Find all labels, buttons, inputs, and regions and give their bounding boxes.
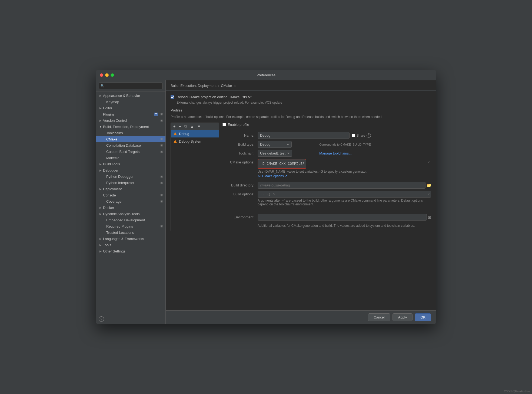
sidebar-item-compilation-db[interactable]: ▶ Compilation Database ⊞	[96, 142, 165, 149]
sidebar-item-label: Makefile	[106, 156, 163, 160]
copy-profile-button[interactable]: ⧉	[183, 123, 188, 129]
browse-directory-button[interactable]: 📁	[427, 183, 431, 188]
sidebar-item-label: Custom Build Targets	[106, 150, 159, 154]
sidebar-item-label: Coverage	[106, 199, 159, 203]
sidebar-item-other-settings[interactable]: ▶ Other Settings	[96, 248, 165, 254]
sidebar-item-coverage[interactable]: ▶ Coverage ⊞	[96, 198, 165, 205]
move-down-button[interactable]: ▼	[196, 124, 202, 129]
move-up-button[interactable]: ▲	[189, 124, 195, 129]
search-input[interactable]	[99, 83, 163, 89]
build-options-input[interactable]	[258, 191, 431, 198]
sidebar-item-editor[interactable]: ▶ Editor	[96, 105, 165, 111]
lock-icon: ⊞	[160, 144, 163, 147]
manage-toolchains-link[interactable]: Manage toolchains...	[319, 151, 352, 155]
sidebar-item-toolchains[interactable]: ▶ Toolchains	[96, 130, 165, 136]
name-input[interactable]	[258, 132, 350, 139]
sidebar-item-python-debugger[interactable]: ▶ Python Debugger ⊞	[96, 173, 165, 180]
sidebar-item-build-exec-deploy[interactable]: ▼ Build, Execution, Deployment	[96, 124, 165, 130]
reload-hint: External changes always trigger project …	[177, 101, 431, 104]
apply-button[interactable]: Apply	[393, 313, 413, 321]
share-checkbox-row: Share ?	[352, 133, 371, 138]
build-options-field-row: Build options: ⤢	[222, 191, 431, 198]
sidebar-item-label: Plugins	[103, 112, 154, 116]
build-directory-field-row: Build directory: 📁	[222, 182, 431, 189]
toolchain-field-row: Toolchain: Use default: test Manage tool…	[222, 150, 431, 157]
arrow-icon: ▼	[99, 125, 102, 129]
build-type-select[interactable]: Debug Release RelWithDebInfo MinSizeRel	[258, 141, 292, 148]
profiles-title: Profiles	[171, 108, 431, 112]
environment-edit-button[interactable]: ⊞	[428, 215, 431, 219]
toolchain-select[interactable]: Use default: test	[258, 150, 292, 157]
build-options-expand-button[interactable]: ⤢	[428, 192, 430, 195]
lock-icon: ⊞	[160, 137, 163, 141]
sidebar-item-plugins[interactable]: ▶ Plugins 7 ⊞	[96, 111, 165, 117]
cmake-options-hints: Use -DVAR_NAME=value to set variables, -…	[258, 170, 431, 178]
sidebar-item-trusted-locations[interactable]: ▶ Trusted Locations	[96, 229, 165, 236]
arrow-icon: ▶	[99, 237, 102, 241]
window-title: Preferences	[257, 73, 275, 77]
sidebar-item-label: Version Control	[103, 119, 159, 123]
main-panel: Build, Execution, Deployment › CMake ⊞ R…	[166, 80, 436, 324]
sidebar-item-build-tools[interactable]: ▶ Build Tools	[96, 161, 165, 167]
sidebar-item-deployment[interactable]: ▶ Deployment	[96, 186, 165, 192]
reload-checkbox[interactable]	[171, 95, 174, 99]
cancel-button[interactable]: Cancel	[368, 313, 390, 321]
lock-icon: ⊞	[160, 150, 163, 153]
arrow-icon: ▶	[99, 243, 102, 247]
lock-icon: ⊞	[160, 225, 163, 228]
sidebar-item-label: Console	[103, 193, 159, 197]
sidebar-item-version-control[interactable]: ▶ Version Control ⊞	[96, 117, 165, 124]
sidebar-item-appearance[interactable]: ▶ Appearance & Behavior	[96, 93, 165, 99]
build-options-hint-area: Arguments after '--' are passed to the b…	[258, 199, 431, 210]
profile-label-debug-system: Debug-System	[179, 139, 202, 143]
sidebar-item-keymap[interactable]: ▶ Keymap	[96, 99, 165, 105]
profile-details: Enable profile Name: Share	[222, 123, 431, 231]
arrow-icon: ▶	[99, 206, 102, 210]
environment-hint: Additional variables for CMake generatio…	[258, 224, 431, 228]
build-type-hint: Corresponds to CMAKE_BUILD_TYPE	[319, 143, 371, 146]
sidebar-item-embedded-development[interactable]: ▶ Embedded Development	[96, 217, 165, 223]
sidebar: 🔍 ▶ Appearance & Behavior ▶ Keymap ▶	[96, 80, 166, 324]
arrow-icon: ▶	[99, 187, 102, 191]
sidebar-item-tools[interactable]: ▶ Tools	[96, 242, 165, 248]
minimize-button[interactable]	[105, 73, 109, 77]
environment-input[interactable]	[258, 214, 427, 221]
enable-profile-row: Enable profile	[222, 123, 431, 127]
build-options-label: Build options:	[222, 191, 258, 196]
profile-item-debug-system[interactable]: Debug-System	[171, 137, 219, 145]
share-checkbox[interactable]	[352, 134, 355, 137]
ok-button[interactable]: OK	[415, 313, 431, 321]
enable-profile-checkbox[interactable]	[222, 123, 226, 126]
sidebar-item-label: Trusted Locations	[106, 231, 163, 235]
build-type-select-wrap: Debug Release RelWithDebInfo MinSizeRel	[258, 141, 317, 148]
sidebar-item-custom-build-targets[interactable]: ▶ Custom Build Targets ⊞	[96, 149, 165, 155]
profile-label-debug: Debug	[179, 132, 189, 136]
sidebar-item-makefile[interactable]: ▶ Makefile	[96, 155, 165, 161]
profiles-description: Profile is a named set of build options.…	[171, 114, 431, 119]
sidebar-item-label: Editor	[103, 106, 163, 110]
share-help-icon[interactable]: ?	[367, 133, 371, 138]
sidebar-item-label: Build Tools	[103, 162, 163, 166]
sidebar-item-console[interactable]: ▶ Console ⊞	[96, 192, 165, 198]
remove-profile-button[interactable]: −	[177, 124, 182, 129]
build-directory-input[interactable]	[258, 182, 425, 189]
maximize-button[interactable]	[111, 73, 114, 77]
sidebar-item-required-plugins[interactable]: ▶ Required Plugins ⊞	[96, 223, 165, 229]
sidebar-item-python-interpreter[interactable]: ▶ Python Interpreter ⊞	[96, 180, 165, 186]
cmake-options-input[interactable]	[258, 159, 306, 169]
build-type-label: Build type:	[222, 141, 258, 146]
sidebar-item-dynamic-analysis-tools[interactable]: ▶ Dynamic Analysis Tools	[96, 211, 165, 217]
add-profile-button[interactable]: +	[172, 124, 177, 129]
profile-item-debug[interactable]: Debug	[171, 130, 219, 137]
sidebar-item-label: Toolchains	[106, 131, 163, 135]
cmake-options-link[interactable]: All CMake options ↗	[258, 174, 287, 178]
help-button[interactable]: ?	[99, 316, 104, 322]
sidebar-item-cmake[interactable]: ▶ CMake ⊞	[96, 136, 165, 142]
close-button[interactable]	[100, 73, 103, 77]
lock-icon: ⊞	[160, 113, 163, 116]
sidebar-item-languages-frameworks[interactable]: ▶ Languages & Frameworks	[96, 236, 165, 242]
sidebar-item-docker[interactable]: ▶ Docker	[96, 205, 165, 211]
environment-label: Environment:	[222, 214, 258, 219]
cmake-options-expand-button[interactable]: ⤢	[428, 160, 430, 163]
sidebar-item-debugger[interactable]: ▶ Debugger	[96, 167, 165, 173]
